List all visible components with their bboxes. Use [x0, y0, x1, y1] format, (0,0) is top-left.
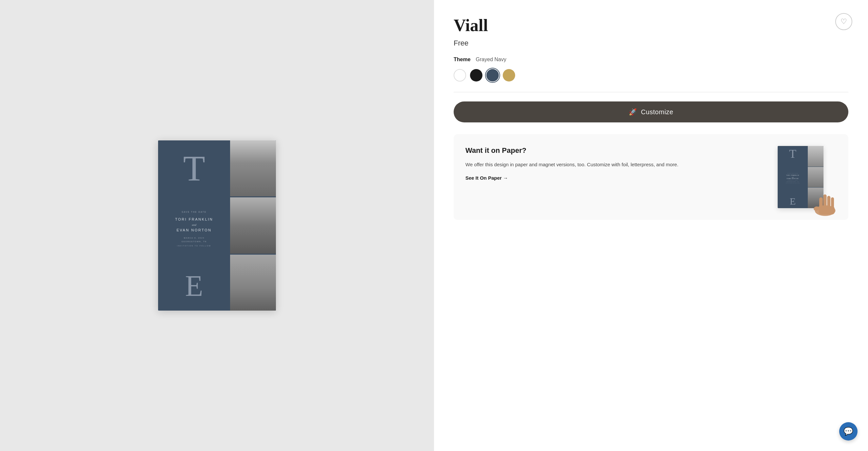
card-date: MARCH 8, 2024 GEORGETOWN, TN — [175, 236, 213, 244]
divider — [454, 92, 848, 92]
chat-button[interactable]: 💬 — [839, 422, 858, 441]
mini-card-left: T SAVE THE DATE TORI FRANKLIN and EVAN N… — [778, 146, 808, 208]
favorite-button[interactable]: ♡ — [835, 13, 852, 30]
paper-title: Want it on Paper? — [465, 146, 765, 156]
theme-name-value: Grayed Navy — [476, 57, 506, 63]
swatch-white[interactable] — [454, 69, 466, 82]
card-photo-1 — [230, 140, 276, 196]
swatch-navy[interactable] — [486, 69, 499, 82]
heart-icon: ♡ — [840, 18, 847, 26]
card-name2: EVAN NORTON — [175, 227, 213, 233]
paper-description: We offer this design in paper and magnet… — [465, 161, 765, 168]
card-photo-2 — [230, 197, 276, 253]
paper-text: Want it on Paper? We offer this design i… — [465, 146, 765, 181]
card-letter-e: E — [185, 271, 203, 301]
paper-preview: T SAVE THE DATE TORI FRANKLIN and EVAN N… — [778, 146, 837, 208]
card-left-section: T SAVE THE DATE TORI FRANKLIN and EVAN N… — [158, 140, 230, 311]
product-title: Viall — [454, 16, 848, 35]
paper-section: Want it on Paper? We offer this design i… — [454, 134, 848, 220]
mini-letter-e: E — [790, 196, 796, 206]
mini-card-text: SAVE THE DATE TORI FRANKLIN and EVAN NOR… — [785, 173, 800, 183]
card-save-date: SAVE THE DATE — [175, 211, 213, 213]
card-text-section: SAVE THE DATE TORI FRANKLIN and EVAN NOR… — [175, 211, 213, 247]
customize-button[interactable]: 🚀 Customize — [454, 101, 848, 122]
card-photos-column — [230, 140, 276, 311]
theme-label: Theme — [454, 57, 471, 63]
hand-icon — [804, 189, 846, 218]
rocket-icon: 🚀 — [629, 108, 637, 116]
mini-date: MARCH 8, 2024GEORGETOWN, TN — [785, 180, 800, 183]
card-letter-t: T — [183, 150, 205, 186]
right-panel: ♡ Viall Free Theme Grayed Navy 🚀 Customi… — [434, 0, 868, 451]
card-photo-3 — [230, 255, 276, 311]
mini-letter-t: T — [789, 148, 796, 160]
card-name1: TORI FRANKLIN — [175, 216, 213, 223]
left-panel: T SAVE THE DATE TORI FRANKLIN and EVAN N… — [0, 0, 434, 451]
product-price: Free — [454, 39, 848, 47]
chat-icon: 💬 — [843, 427, 853, 436]
color-swatches — [454, 69, 848, 82]
mini-save-date: SAVE THE DATE — [785, 173, 800, 174]
card-and: and — [175, 223, 213, 226]
mini-invitation: INVITATION TO FOLLOW — [785, 183, 800, 183]
svg-rect-5 — [818, 206, 835, 214]
theme-row: Theme Grayed Navy — [454, 57, 848, 63]
card-invitation: INVITATION TO FOLLOW — [175, 245, 213, 247]
swatch-gold[interactable] — [503, 69, 515, 82]
mini-photo-2 — [808, 167, 824, 188]
mini-photo-1 — [808, 146, 824, 167]
customize-label: Customize — [641, 108, 673, 116]
card-preview: T SAVE THE DATE TORI FRANKLIN and EVAN N… — [158, 140, 276, 311]
swatch-black[interactable] — [470, 69, 483, 82]
mini-name1: TORI FRANKLIN — [785, 175, 800, 177]
see-on-paper-link[interactable]: See It On Paper → — [465, 175, 765, 181]
